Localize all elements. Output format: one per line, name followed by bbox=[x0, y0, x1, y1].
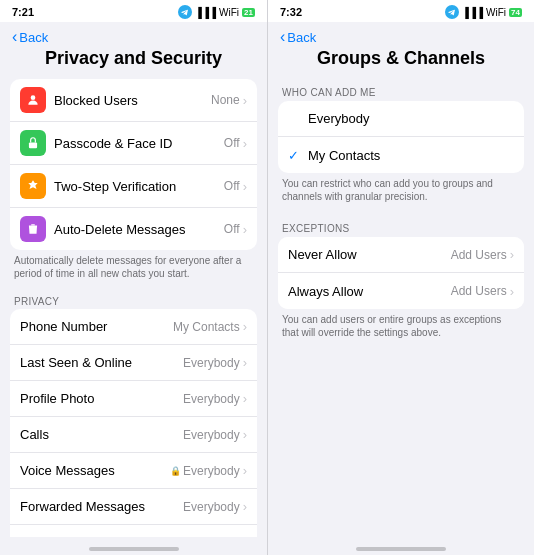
wifi-icon-left: WiFi bbox=[219, 7, 239, 18]
home-indicator-left bbox=[0, 537, 267, 555]
chevron-right-back-icon: ‹ bbox=[280, 28, 285, 46]
nav-bar-left: ‹ Back Privacy and Security bbox=[0, 22, 267, 73]
blocked-users-label: Blocked Users bbox=[54, 93, 211, 108]
who-can-label: WHO CAN ADD ME bbox=[268, 79, 534, 101]
last-seen-value: Everybody bbox=[183, 356, 240, 370]
svg-rect-1 bbox=[29, 142, 37, 148]
phone-number-label: Phone Number bbox=[20, 319, 173, 334]
my-contacts-option[interactable]: ✓ My Contacts bbox=[278, 137, 524, 173]
voice-messages-label: Voice Messages bbox=[20, 463, 170, 478]
back-button-right[interactable]: ‹ Back bbox=[280, 28, 316, 46]
calls-text: Everybody bbox=[183, 428, 240, 442]
page-title-right: Groups & Channels bbox=[280, 48, 522, 69]
page-title-left: Privacy and Security bbox=[12, 48, 255, 69]
exceptions-label: EXCEPTIONS bbox=[268, 215, 534, 237]
profile-photo-chevron: › bbox=[243, 391, 247, 406]
list-item-blocked-users[interactable]: Blocked Users None › bbox=[10, 79, 257, 122]
two-step-label: Two-Step Verification bbox=[54, 179, 224, 194]
privacy-group: PRIVACY Phone Number My Contacts › Last … bbox=[0, 292, 267, 537]
never-allow-label: Never Allow bbox=[288, 247, 451, 262]
list-item-two-step[interactable]: Two-Step Verification Off › bbox=[10, 165, 257, 208]
signal-icon-left: ▐▐▐ bbox=[195, 7, 216, 18]
back-label-right: Back bbox=[287, 30, 316, 45]
blocked-users-icon bbox=[20, 87, 46, 113]
left-screen: 7:21 ▐▐▐ WiFi 21 ‹ Back Privacy and Secu… bbox=[0, 0, 267, 555]
wifi-icon-right: WiFi bbox=[486, 7, 506, 18]
privacy-calls[interactable]: Calls Everybody › bbox=[10, 417, 257, 453]
two-step-value: Off bbox=[224, 179, 240, 193]
home-bar-left bbox=[89, 547, 179, 551]
profile-photo-text: Everybody bbox=[183, 392, 240, 406]
privacy-voice-messages[interactable]: Voice Messages 🔒 Everybody › bbox=[10, 453, 257, 489]
two-step-chevron: › bbox=[243, 179, 247, 194]
privacy-groups-channels[interactable]: Groups & Channels Everybody › bbox=[10, 525, 257, 537]
privacy-list: Phone Number My Contacts › Last Seen & O… bbox=[10, 309, 257, 537]
forwarded-messages-value: Everybody bbox=[183, 500, 240, 514]
phone-number-text: My Contacts bbox=[173, 320, 240, 334]
always-allow-item[interactable]: Always Allow Add Users › bbox=[278, 273, 524, 309]
phone-number-chevron: › bbox=[243, 319, 247, 334]
status-bar-left: 7:21 ▐▐▐ WiFi 21 bbox=[0, 0, 267, 22]
privacy-forwarded-messages[interactable]: Forwarded Messages Everybody › bbox=[10, 489, 257, 525]
auto-delete-label: Auto-Delete Messages bbox=[54, 222, 224, 237]
passcode-chevron: › bbox=[243, 136, 247, 151]
back-label-left: Back bbox=[19, 30, 48, 45]
everybody-option[interactable]: Everybody bbox=[278, 101, 524, 137]
calls-label: Calls bbox=[20, 427, 183, 442]
passcode-value: Off bbox=[224, 136, 240, 150]
signal-icon-right: ▐▐▐ bbox=[462, 7, 483, 18]
forwarded-messages-chevron: › bbox=[243, 499, 247, 514]
privacy-last-seen[interactable]: Last Seen & Online Everybody › bbox=[10, 345, 257, 381]
voice-messages-chevron: › bbox=[243, 463, 247, 478]
svg-point-0 bbox=[31, 95, 36, 100]
status-icons-left: ▐▐▐ WiFi 21 bbox=[178, 5, 255, 19]
forwarded-messages-text: Everybody bbox=[183, 500, 240, 514]
privacy-phone-number[interactable]: Phone Number My Contacts › bbox=[10, 309, 257, 345]
always-allow-label: Always Allow bbox=[288, 284, 451, 299]
home-indicator-right bbox=[268, 537, 534, 555]
phone-number-value: My Contacts bbox=[173, 320, 240, 334]
voice-messages-text: Everybody bbox=[183, 464, 240, 478]
blocked-users-chevron: › bbox=[243, 93, 247, 108]
battery-left: 21 bbox=[242, 8, 255, 17]
content-left: Blocked Users None › Passcode & Face ID … bbox=[0, 73, 267, 537]
time-left: 7:21 bbox=[12, 6, 34, 18]
telegram-icon-left bbox=[178, 5, 192, 19]
last-seen-label: Last Seen & Online bbox=[20, 355, 183, 370]
my-contacts-check: ✓ bbox=[288, 148, 304, 163]
blocked-users-value: None bbox=[211, 93, 240, 107]
my-contacts-label: My Contacts bbox=[308, 148, 380, 163]
right-screen: 7:32 ▐▐▐ WiFi 74 ‹ Back Groups & Channel… bbox=[267, 0, 534, 555]
list-item-auto-delete[interactable]: Auto-Delete Messages Off › bbox=[10, 208, 257, 250]
always-allow-chevron: › bbox=[510, 284, 514, 299]
auto-delete-icon bbox=[20, 216, 46, 242]
never-allow-action: Add Users bbox=[451, 248, 507, 262]
profile-photo-value: Everybody bbox=[183, 392, 240, 406]
back-button-left[interactable]: ‹ Back bbox=[12, 28, 48, 46]
voice-messages-value: 🔒 Everybody bbox=[170, 464, 240, 478]
last-seen-chevron: › bbox=[243, 355, 247, 370]
forwarded-messages-label: Forwarded Messages bbox=[20, 499, 183, 514]
always-allow-action: Add Users bbox=[451, 284, 507, 298]
list-item-passcode[interactable]: Passcode & Face ID Off › bbox=[10, 122, 257, 165]
content-right: WHO CAN ADD ME Everybody ✓ My Contacts Y… bbox=[268, 73, 534, 537]
who-can-list: Everybody ✓ My Contacts bbox=[278, 101, 524, 173]
battery-right: 74 bbox=[509, 8, 522, 17]
privacy-profile-photo[interactable]: Profile Photo Everybody › bbox=[10, 381, 257, 417]
settings-group: Blocked Users None › Passcode & Face ID … bbox=[0, 79, 267, 286]
status-icons-right: ▐▐▐ WiFi 74 bbox=[445, 5, 522, 19]
privacy-label: PRIVACY bbox=[0, 292, 267, 309]
settings-list: Blocked Users None › Passcode & Face ID … bbox=[10, 79, 257, 250]
auto-delete-value: Off bbox=[224, 222, 240, 236]
exceptions-list: Never Allow Add Users › Always Allow Add… bbox=[278, 237, 524, 309]
exceptions-group: EXCEPTIONS Never Allow Add Users › Alway… bbox=[268, 215, 534, 345]
passcode-icon bbox=[20, 130, 46, 156]
never-allow-item[interactable]: Never Allow Add Users › bbox=[278, 237, 524, 273]
chevron-left-icon: ‹ bbox=[12, 28, 17, 46]
everybody-label: Everybody bbox=[308, 111, 369, 126]
telegram-icon-right bbox=[445, 5, 459, 19]
time-right: 7:32 bbox=[280, 6, 302, 18]
lock-icon-voice: 🔒 bbox=[170, 466, 181, 476]
home-bar-right bbox=[356, 547, 446, 551]
profile-photo-label: Profile Photo bbox=[20, 391, 183, 406]
